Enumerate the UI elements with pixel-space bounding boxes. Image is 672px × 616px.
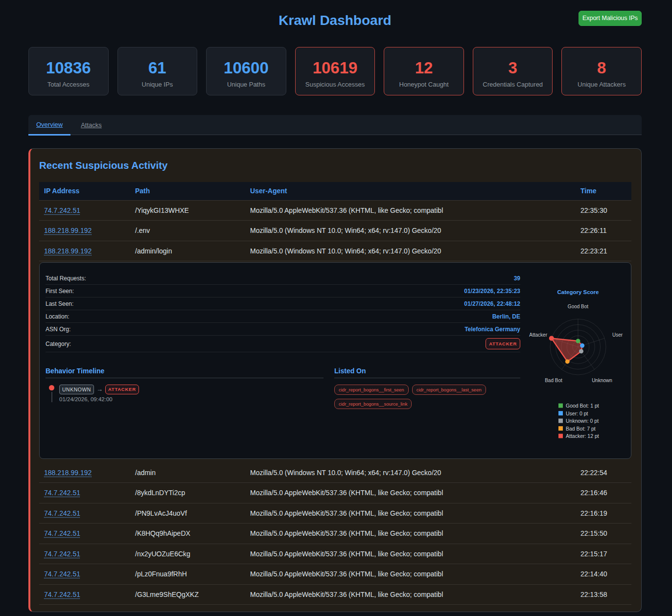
svg-text:User: 0 pt: User: 0 pt — [566, 411, 588, 416]
svg-text:Bad Bot: Bad Bot — [545, 378, 562, 383]
svg-text:Bad Bot: 7 pt: Bad Bot: 7 pt — [566, 426, 596, 432]
svg-text:Good Bot: Good Bot — [568, 304, 588, 309]
svg-text:User: User — [612, 332, 623, 338]
svg-text:Unknown: 0 pt: Unknown: 0 pt — [566, 418, 599, 424]
svg-text:Attacker: Attacker — [529, 332, 547, 338]
svg-text:Category Score: Category Score — [557, 289, 599, 295]
svg-text:Attacker: 12 pt: Attacker: 12 pt — [566, 433, 599, 439]
svg-text:Unknown: Unknown — [592, 378, 612, 383]
svg-text:Good Bot: 1 pt: Good Bot: 1 pt — [566, 403, 599, 409]
